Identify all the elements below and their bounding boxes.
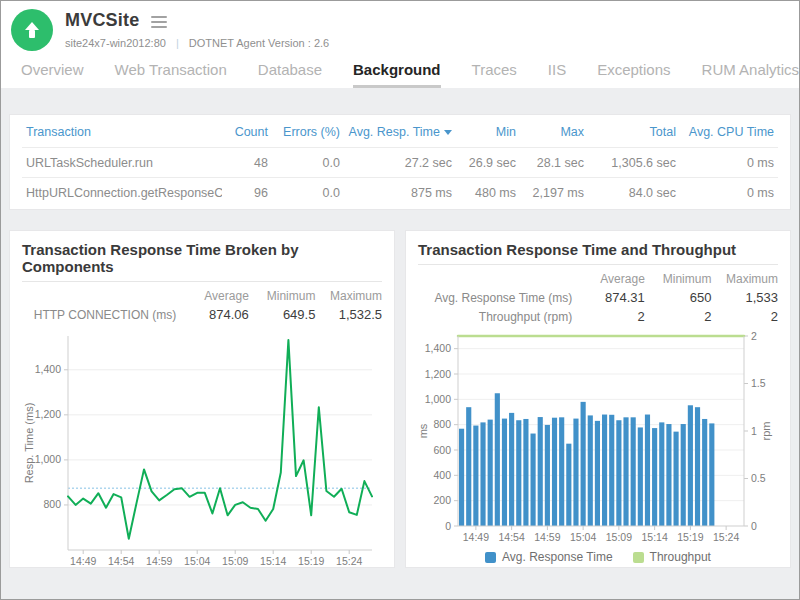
svg-text:15:09: 15:09	[606, 531, 632, 543]
svg-text:14:59: 14:59	[146, 555, 172, 567]
stat-header-average: Average	[182, 289, 249, 303]
monitor-host: site24x7-win2012:80	[65, 37, 166, 49]
svg-text:600: 600	[433, 444, 451, 456]
tab-bar: Overview Web Transaction Database Backgr…	[11, 51, 787, 88]
avg-cpu-time-value: 0 ms	[680, 186, 778, 200]
response-throughput-bar-chart: 02004006008001,0001,2001,40000.511.5214:…	[418, 328, 778, 550]
svg-text:14:59: 14:59	[534, 531, 560, 543]
stat-average: 2	[578, 309, 645, 324]
svg-text:15:04: 15:04	[570, 531, 596, 543]
response-time-line-chart: 8001,0001,2001,40014:4914:5414:5915:0415…	[22, 326, 382, 568]
column-header-max[interactable]: Max	[520, 125, 588, 139]
svg-text:1,200: 1,200	[425, 368, 451, 380]
svg-text:0: 0	[445, 520, 451, 532]
tab-database[interactable]: Database	[258, 61, 322, 88]
tab-traces[interactable]: Traces	[472, 61, 517, 88]
chart-stats: Average Minimum Maximum HTTP CONNECTION …	[22, 286, 382, 324]
svg-text:800: 800	[433, 418, 451, 430]
svg-text:0.5: 0.5	[751, 472, 766, 484]
svg-text:1,000: 1,000	[35, 453, 61, 465]
table-header-row: Transaction Count Errors (%) Avg. Resp. …	[22, 117, 778, 147]
column-header-errors[interactable]: Errors (%)	[272, 125, 344, 139]
throughput-chart-card: Transaction Response Time and Throughput…	[405, 230, 791, 568]
legend-avg-response-time: Avg. Response Time	[485, 550, 613, 564]
series-label: Avg. Response Time (ms)	[418, 291, 578, 305]
count-value: 48	[222, 156, 272, 170]
series-label: HTTP CONNECTION (ms)	[22, 308, 182, 322]
chart-stats: Average Minimum Maximum Avg. Response Ti…	[418, 269, 778, 326]
column-header-count[interactable]: Count	[222, 125, 272, 139]
svg-text:15:24: 15:24	[713, 531, 739, 543]
count-value: 96	[222, 186, 272, 200]
total-value: 84.0 sec	[588, 186, 680, 200]
max-value: 2,197 ms	[520, 186, 588, 200]
transactions-table: Transaction Count Errors (%) Avg. Resp. …	[9, 114, 791, 210]
table-row[interactable]: URLTaskScheduler.run 48 0.0 27.2 sec 26.…	[22, 147, 778, 177]
bar-chart-svg: 02004006008001,0001,2001,40000.511.5214:…	[418, 328, 776, 546]
stat-minimum: 649.5	[249, 307, 316, 322]
column-header-total[interactable]: Total	[588, 125, 680, 139]
errors-value: 0.0	[272, 156, 344, 170]
min-value: 480 ms	[456, 186, 520, 200]
svg-text:0: 0	[751, 520, 757, 532]
chart-title: Transaction Response Time and Throughput	[418, 239, 778, 264]
stat-header-maximum: Maximum	[711, 272, 778, 286]
line-chart-svg: 8001,0001,2001,40014:4914:5414:5915:0415…	[22, 326, 380, 568]
svg-text:Resp. Time (ms): Resp. Time (ms)	[23, 403, 35, 484]
sort-desc-caret-icon	[444, 130, 452, 135]
agent-version: DOTNET Agent Version : 2.6	[189, 37, 329, 49]
transaction-name[interactable]: HttpURLConnection.getResponseCode	[22, 186, 222, 200]
svg-text:15:14: 15:14	[641, 531, 667, 543]
monitor-status-icon	[11, 9, 53, 51]
column-header-transaction[interactable]: Transaction	[22, 125, 222, 139]
stat-maximum: 1,532.5	[315, 307, 382, 322]
svg-text:15:19: 15:19	[298, 555, 324, 567]
stat-minimum: 650	[645, 290, 712, 305]
transaction-name[interactable]: URLTaskScheduler.run	[22, 156, 222, 170]
legend-swatch-throughput	[633, 552, 644, 563]
svg-text:1,200: 1,200	[35, 408, 61, 420]
column-header-min[interactable]: Min	[456, 125, 520, 139]
tab-exceptions[interactable]: Exceptions	[597, 61, 670, 88]
stat-average: 874.06	[182, 307, 249, 322]
svg-text:400: 400	[433, 469, 451, 481]
stat-maximum: 2	[711, 309, 778, 324]
svg-text:15:09: 15:09	[222, 555, 248, 567]
legend-throughput: Throughput	[633, 550, 711, 564]
column-header-avg-cpu-time[interactable]: Avg. CPU Time	[680, 125, 778, 139]
subtitle-separator: |	[176, 37, 179, 49]
page-content: Transaction Count Errors (%) Avg. Resp. …	[1, 88, 799, 600]
monitor-title: MVCSite	[65, 10, 139, 31]
up-arrow-icon	[25, 22, 39, 30]
avg-resp-time-value: 27.2 sec	[344, 156, 456, 170]
tab-overview[interactable]: Overview	[21, 61, 84, 88]
monitor-header: MVCSite site24x7-win2012:80 | DOTNET Age…	[1, 1, 799, 88]
svg-text:1,000: 1,000	[425, 393, 451, 405]
avg-cpu-time-value: 0 ms	[680, 156, 778, 170]
errors-value: 0.0	[272, 186, 344, 200]
tab-background[interactable]: Background	[353, 61, 441, 88]
svg-text:15:04: 15:04	[184, 555, 210, 567]
tab-web-transaction[interactable]: Web Transaction	[115, 61, 227, 88]
hamburger-menu-icon[interactable]	[151, 14, 167, 28]
stat-header-average: Average	[578, 272, 645, 286]
stat-average: 874.31	[578, 290, 645, 305]
stat-header-minimum: Minimum	[249, 289, 316, 303]
tab-iis[interactable]: IIS	[548, 61, 566, 88]
max-value: 28.1 sec	[520, 156, 588, 170]
svg-text:15:24: 15:24	[336, 555, 362, 567]
svg-text:14:49: 14:49	[70, 555, 96, 567]
app-window: MVCSite site24x7-win2012:80 | DOTNET Age…	[0, 0, 800, 600]
legend-swatch-response	[485, 552, 496, 563]
svg-text:15:14: 15:14	[260, 555, 286, 567]
svg-text:1,400: 1,400	[35, 363, 61, 375]
svg-text:200: 200	[433, 494, 451, 506]
table-row[interactable]: HttpURLConnection.getResponseCode 96 0.0…	[22, 177, 778, 207]
column-header-avg-resp-time[interactable]: Avg. Resp. Time	[344, 125, 456, 139]
svg-text:800: 800	[43, 498, 61, 510]
svg-text:14:54: 14:54	[108, 555, 134, 567]
stat-maximum: 1,533	[711, 290, 778, 305]
stat-header-minimum: Minimum	[645, 272, 712, 286]
svg-text:2: 2	[751, 330, 757, 342]
tab-rum-analytics[interactable]: RUM Analytics	[702, 61, 800, 88]
